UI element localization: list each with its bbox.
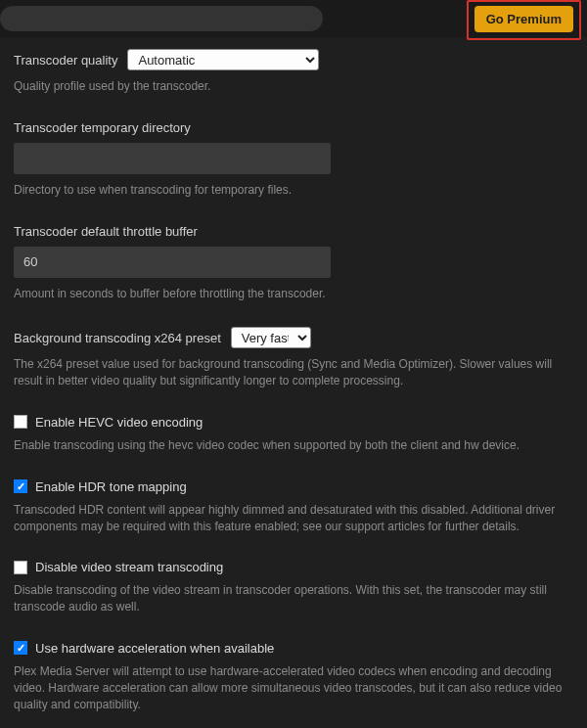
hdr-label: Enable HDR tone mapping bbox=[35, 479, 187, 494]
transcoder-quality-select[interactable]: Automatic bbox=[127, 49, 319, 70]
transcoder-quality-label: Transcoder quality bbox=[14, 53, 117, 68]
throttle-label: Transcoder default throttle buffer bbox=[14, 224, 573, 239]
disable-video-label: Disable video stream transcoding bbox=[35, 560, 223, 574]
tempdir-help: Directory to use when transcoding for te… bbox=[14, 182, 573, 199]
topbar: Go Premium bbox=[0, 0, 587, 37]
throttle-input[interactable] bbox=[14, 247, 331, 278]
tempdir-input[interactable] bbox=[14, 143, 331, 174]
hw-accel-checkbox[interactable] bbox=[14, 641, 27, 655]
x264-help: The x264 preset value used for backgroun… bbox=[14, 356, 573, 389]
search-input[interactable] bbox=[0, 6, 323, 31]
settings-panel: Transcoder quality Automatic Quality pro… bbox=[0, 37, 587, 728]
go-premium-button[interactable]: Go Premium bbox=[474, 6, 573, 32]
throttle-help: Amount in seconds to buffer before throt… bbox=[14, 286, 573, 302]
hevc-block: Enable HEVC video encoding Enable transc… bbox=[14, 415, 573, 454]
hdr-checkbox[interactable] bbox=[14, 479, 27, 493]
hw-accel-help: Plex Media Server will attempt to use ha… bbox=[14, 663, 573, 712]
hevc-help: Enable transcoding using the hevc video … bbox=[14, 437, 573, 454]
disable-video-block: Disable video stream transcoding Disable… bbox=[14, 560, 573, 615]
hevc-label: Enable HEVC video encoding bbox=[35, 415, 203, 430]
hw-accel-block: Use hardware acceleration when available… bbox=[14, 641, 573, 712]
x264-select[interactable]: Very fast bbox=[231, 327, 311, 348]
disable-video-checkbox[interactable] bbox=[14, 561, 27, 574]
transcoder-quality-row: Transcoder quality Automatic bbox=[14, 49, 573, 70]
hevc-checkbox[interactable] bbox=[14, 415, 27, 429]
hdr-help: Transcoded HDR content will appear highl… bbox=[14, 502, 573, 535]
throttle-block: Transcoder default throttle buffer Amoun… bbox=[14, 224, 573, 302]
hw-accel-label: Use hardware acceleration when available bbox=[35, 641, 274, 656]
tempdir-block: Transcoder temporary directory Directory… bbox=[14, 120, 573, 199]
disable-video-help: Disable transcoding of the video stream … bbox=[14, 582, 573, 615]
x264-label: Background transcoding x264 preset bbox=[14, 331, 221, 345]
x264-block: Background transcoding x264 preset Very … bbox=[14, 327, 573, 389]
go-premium-highlight: Go Premium bbox=[467, 0, 581, 40]
hdr-block: Enable HDR tone mapping Transcoded HDR c… bbox=[14, 479, 573, 535]
tempdir-label: Transcoder temporary directory bbox=[14, 120, 573, 135]
transcoder-quality-help: Quality profile used by the transcoder. bbox=[14, 78, 573, 95]
